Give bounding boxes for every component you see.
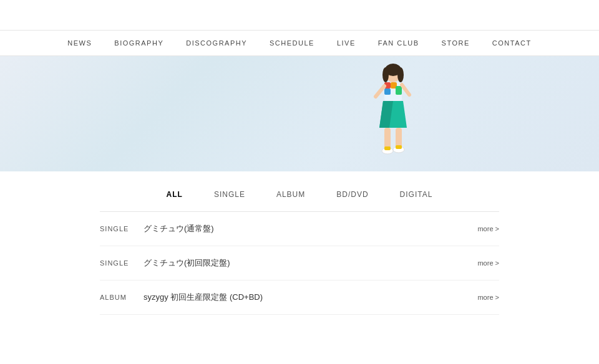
filter-item-bddvd[interactable]: BD/DVD (336, 190, 368, 199)
svg-rect-7 (384, 89, 391, 95)
svg-rect-13 (384, 128, 391, 150)
filter-item-all[interactable]: ALL (167, 190, 183, 199)
nav-item-news[interactable]: NEWS (67, 39, 92, 47)
disc-more-link[interactable]: more > (477, 294, 499, 301)
disc-item: SINGLEグミチュウ(通常盤)more > (100, 212, 499, 246)
disc-title: グミチュウ(初回限定盤) (144, 257, 477, 269)
nav-item-schedule[interactable]: SCHEDULE (270, 39, 314, 47)
disc-type: SINGLE (100, 259, 144, 267)
nav-item-biography[interactable]: BIOGRAPHY (114, 39, 163, 47)
filter-item-single[interactable]: SINGLE (214, 190, 245, 199)
filter-item-digital[interactable]: DIGITAL (400, 190, 433, 199)
main-nav: NEWSBIOGRAPHYDISCOGRAPHYSCHEDULELIVEFAN … (0, 30, 599, 56)
disc-item: SINGLEグミチュウ(初回限定盤)more > (100, 246, 499, 280)
svg-point-3 (397, 67, 404, 82)
site-header (0, 0, 599, 30)
discography-list: SINGLEグミチュウ(通常盤)more >SINGLEグミチュウ(初回限定盤)… (0, 212, 599, 315)
disc-more-link[interactable]: more > (477, 259, 499, 267)
disc-item: ALBUMsyzygy 初回生産限定盤 (CD+BD)more > (100, 280, 499, 315)
svg-line-9 (376, 86, 384, 97)
disc-title: グミチュウ(通常盤) (144, 223, 477, 234)
filter-item-album[interactable]: ALBUM (276, 190, 305, 199)
nav-item-discography[interactable]: DISCOGRAPHY (186, 39, 247, 47)
hero-figure (362, 62, 424, 171)
svg-rect-17 (384, 146, 391, 150)
svg-rect-18 (396, 145, 402, 149)
disc-more-link[interactable]: more > (477, 225, 499, 232)
hero-banner (0, 56, 599, 171)
filter-section: ALLSINGLEALBUMBD/DVDDIGITAL (0, 171, 599, 211)
svg-point-2 (382, 67, 389, 82)
svg-rect-8 (396, 86, 402, 95)
nav-item-fan-club[interactable]: FAN CLUB (378, 39, 419, 47)
nav-item-store[interactable]: STORE (442, 39, 470, 47)
disc-type: SINGLE (100, 225, 144, 232)
disc-title: syzygy 初回生産限定盤 (CD+BD) (144, 292, 477, 303)
disc-type: ALBUM (100, 294, 144, 301)
svg-line-10 (402, 85, 409, 95)
nav-item-live[interactable]: LIVE (337, 39, 356, 47)
nav-item-contact[interactable]: CONTACT (492, 39, 532, 47)
